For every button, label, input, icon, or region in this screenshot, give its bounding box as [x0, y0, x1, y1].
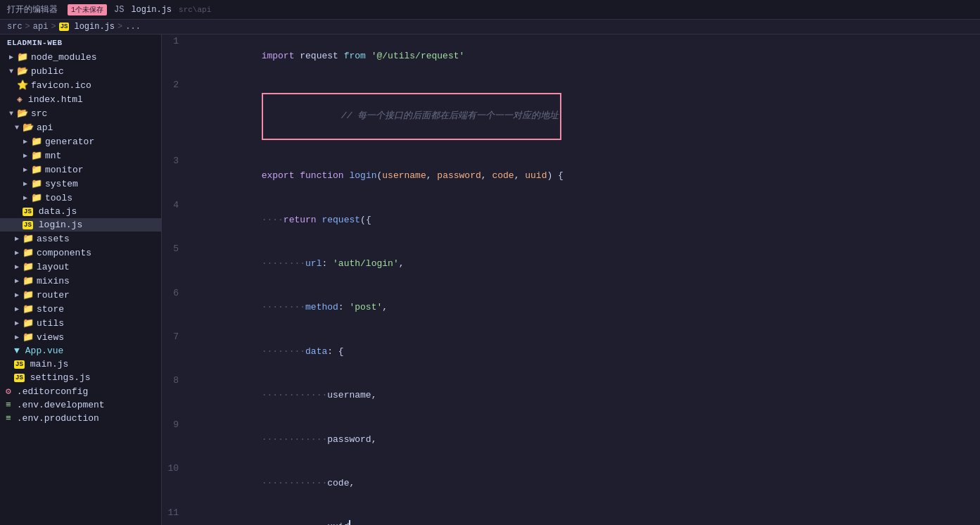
chevron-right-monitor-icon: ▶ [20, 165, 31, 174]
env-prod-icon: ≡ [6, 413, 11, 424]
sidebar-item-store[interactable]: ▶ 📁 store [0, 302, 161, 316]
code-editor[interactable]: 1 import request from '@/utils/request' … [162, 34, 980, 525]
gen-folder-icon: 📁 [31, 136, 42, 147]
line-number-6: 6 [162, 286, 190, 330]
line-code-11[interactable]: ············uuid [190, 506, 980, 526]
sidebar-item-mainjs[interactable]: JS main.js [0, 358, 161, 371]
line-code-4[interactable]: ····return request({ [190, 198, 980, 242]
sidebar-label-layout: layout [37, 262, 70, 272]
sidebar-label-envprod: .env.production [17, 413, 99, 424]
sidebar-item-loginjs[interactable]: JS login.js [0, 218, 161, 232]
sidebar-label-generator: generator [45, 137, 94, 147]
chevron-down-src-icon: ▼ [6, 110, 17, 118]
code-line-8: 8 ············username, [162, 374, 980, 417]
system-folder-icon: 📁 [31, 178, 42, 189]
line-number-3: 3 [162, 154, 190, 198]
api-folder-icon: 📂 [23, 122, 34, 133]
sidebar-label-api: api [37, 122, 53, 133]
sidebar-label-store: store [37, 304, 64, 315]
sidebar-item-datajs[interactable]: JS data.js [0, 205, 161, 218]
line-code-1[interactable]: import request from '@/utils/request' [190, 34, 980, 78]
sidebar-item-node-modules[interactable]: ▶ 📁 node_modules [0, 50, 161, 64]
sidebar-item-envprod[interactable]: ≡ .env.production [0, 412, 161, 425]
code-line-11: 11 ············uuid [162, 506, 980, 526]
sidebar-item-layout[interactable]: ▶ 📁 layout [0, 260, 161, 274]
main-layout: ELADMIN-WEB ▶ 📁 node_modules ▼ 📂 public … [0, 34, 980, 525]
line-code-2[interactable]: // 每一个接口的后面都在后端有一个一一对应的地址 [190, 78, 980, 154]
open-editors-label: 打开的编辑器 [7, 4, 58, 15]
chevron-right-system-icon: ▶ [20, 179, 31, 188]
breadcrumb-src: src [7, 22, 23, 32]
line-code-10[interactable]: ············code, [190, 462, 980, 505]
line-number-9: 9 [162, 418, 190, 462]
sidebar-item-src[interactable]: ▼ 📂 src [0, 106, 161, 120]
breadcrumb-filename: login.js [74, 22, 115, 32]
code-line-6: 6 ········method: 'post', [162, 286, 980, 330]
breadcrumb-sep3: > [117, 22, 122, 32]
chevron-right-router-icon: ▶ [11, 291, 23, 299]
breadcrumb-api: api [33, 22, 49, 32]
sidebar-item-router[interactable]: ▶ 📁 router [0, 288, 161, 302]
sidebar-item-mixins[interactable]: ▶ 📁 mixins [0, 274, 161, 288]
sidebar-label-loginjs: login.js [39, 220, 82, 230]
sidebar-label-mixins: mixins [37, 276, 70, 286]
sidebar-label-index-html: index.html [28, 94, 83, 105]
line-code-6[interactable]: ········method: 'post', [190, 286, 980, 330]
line-number-11: 11 [162, 506, 190, 526]
sidebar-item-system[interactable]: ▶ 📁 system [0, 177, 161, 191]
env-dev-icon: ≡ [6, 400, 11, 410]
code-line-5: 5 ········url: 'auth/login', [162, 242, 980, 286]
line-code-9[interactable]: ············password, [190, 418, 980, 462]
sidebar-item-components[interactable]: ▶ 📁 components [0, 246, 161, 260]
line-code-8[interactable]: ············username, [190, 374, 980, 417]
sidebar-item-generator[interactable]: ▶ 📁 generator [0, 134, 161, 148]
sidebar-label-tools: tools [45, 193, 72, 203]
star-icon: ⭐ [17, 80, 28, 91]
tab-filename[interactable]: login.js [131, 5, 172, 15]
js-mainjs-icon: JS [14, 360, 25, 369]
code-line-10: 10 ············code, [162, 462, 980, 505]
top-bar: 打开的编辑器 1个未保存 JS login.js src\api [0, 0, 980, 20]
sidebar-item-public[interactable]: ▼ 📂 public [0, 64, 161, 78]
sidebar-item-favicon[interactable]: ⭐ favicon.ico [0, 78, 161, 92]
line-code-3[interactable]: export function login(username, password… [190, 154, 980, 198]
sidebar-label-assets: assets [37, 234, 70, 244]
js-loginjs-icon: JS [23, 221, 33, 229]
mixins-folder-icon: 📁 [23, 275, 34, 286]
sidebar-item-editorconfig[interactable]: ⚙ .editorconfig [0, 384, 161, 398]
sidebar-label-system: system [45, 179, 78, 189]
sidebar-item-envdev[interactable]: ≡ .env.development [0, 398, 161, 412]
line-code-7[interactable]: ········data: { [190, 330, 980, 374]
chevron-down-icon: ▼ [6, 68, 17, 75]
tab-js-icon: JS [114, 5, 124, 15]
sidebar-item-views[interactable]: ▶ 📁 views [0, 330, 161, 344]
folder-icon: 📁 [17, 51, 28, 63]
chevron-down-api-icon: ▼ [11, 124, 23, 132]
sidebar[interactable]: ELADMIN-WEB ▶ 📁 node_modules ▼ 📂 public … [0, 34, 162, 525]
sidebar-label-settingsjs: settings.js [30, 372, 91, 383]
sidebar-item-monitor[interactable]: ▶ 📁 monitor [0, 163, 161, 177]
chevron-right-utils-icon: ▶ [11, 319, 23, 327]
mnt-folder-icon: 📁 [31, 150, 42, 161]
sidebar-label-views: views [37, 332, 64, 343]
sidebar-item-api[interactable]: ▼ 📂 api [0, 120, 161, 134]
sidebar-item-appvue[interactable]: ▼ App.vue [0, 344, 161, 358]
config-icon: ⚙ [6, 386, 11, 397]
sidebar-item-assets[interactable]: ▶ 📁 assets [0, 232, 161, 246]
sidebar-item-utils[interactable]: ▶ 📁 utils [0, 316, 161, 330]
chevron-right-components-icon: ▶ [11, 248, 23, 257]
line-number-4: 4 [162, 198, 190, 242]
assets-folder-icon: 📁 [23, 233, 34, 244]
views-folder-icon: 📁 [23, 331, 34, 343]
breadcrumb-sep1: > [25, 22, 30, 32]
sidebar-item-tools[interactable]: ▶ 📁 tools [0, 191, 161, 205]
components-folder-icon: 📁 [23, 247, 34, 258]
html-icon: ◈ [17, 94, 23, 105]
sidebar-label-monitor: monitor [45, 165, 84, 175]
sidebar-item-index-html[interactable]: ◈ index.html [0, 92, 161, 106]
line-code-5[interactable]: ········url: 'auth/login', [190, 242, 980, 286]
sidebar-item-settingsjs[interactable]: JS settings.js [0, 371, 161, 384]
sidebar-item-mnt[interactable]: ▶ 📁 mnt [0, 148, 161, 163]
chevron-right-gen-icon: ▶ [20, 137, 31, 146]
utils-folder-icon: 📁 [23, 317, 34, 329]
